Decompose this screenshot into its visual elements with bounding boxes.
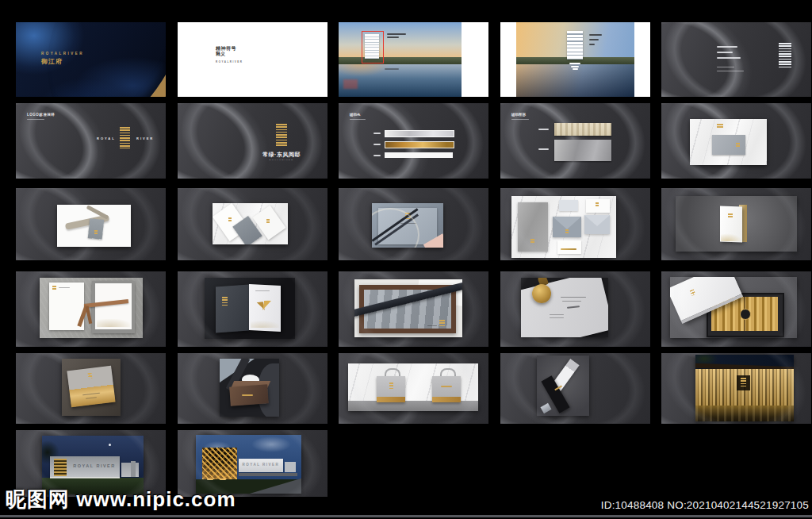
card-logo [228, 217, 232, 221]
slide-gold-wall-signage[interactable] [661, 353, 811, 424]
lake-photo [339, 22, 462, 97]
text-line [717, 46, 737, 48]
notecard [559, 200, 578, 211]
image-id-text: ID:10488408 NO:20210402144521927105 [601, 499, 809, 511]
swatch-white [385, 152, 453, 158]
text-line [27, 119, 44, 120]
slide-architecture-analysis-1[interactable] [339, 22, 488, 97]
card-logo [596, 202, 599, 206]
mockup-photo [220, 359, 279, 417]
site-watermark: 昵图网 www.nipic.com [6, 486, 236, 513]
slide-business-card-mockup[interactable] [661, 103, 811, 179]
pattern-sample-1 [554, 123, 611, 136]
wall-extension [121, 463, 139, 477]
mockup-photo [511, 196, 616, 258]
stock-preview-canvas: ROYALRIVER 御江府 精神符号 释义 ROYALRIVER [0, 0, 812, 519]
bag-gold-text [441, 386, 452, 387]
swatch-label [373, 144, 381, 145]
brand-caps: ROYALRIVER [216, 60, 243, 63]
document-text [561, 297, 586, 298]
mockup-photo [348, 363, 478, 411]
signage-photo [695, 355, 794, 421]
brand-word-right: RIVER [136, 136, 154, 140]
slide-driftwood-card-mockup[interactable] [16, 188, 166, 260]
letterhead-logo [52, 286, 56, 290]
mockup-photo [213, 203, 288, 244]
document-text [550, 317, 564, 318]
slide-butterfly-card-mockup[interactable] [178, 271, 327, 347]
slide-gift-box-mockup[interactable] [661, 271, 811, 347]
slide-stationery-set-mockup[interactable] [500, 188, 650, 260]
wave-mark [573, 68, 578, 70]
slide-logo-concept[interactable] [661, 22, 811, 97]
gold-streak [18, 22, 166, 97]
box-seal [740, 309, 751, 320]
notecard-bottom [557, 240, 581, 254]
lake-photo [516, 22, 634, 97]
bottom-divider [0, 515, 812, 517]
folder-seal [728, 213, 733, 219]
swatch-label [373, 155, 381, 156]
sidewalk [239, 473, 297, 476]
slide-logo-lockup-cn[interactable]: 常绿·东风阅邸 ROYALRIVER [178, 103, 327, 179]
box-gold-text [242, 394, 253, 396]
card [88, 218, 105, 240]
slide-spirit-symbol-definition[interactable]: 精神符号 释义 ROYALRIVER [178, 22, 327, 97]
panel-text [427, 325, 437, 326]
text-line [387, 37, 399, 38]
slide-auxiliary-colors[interactable]: 辅助色 [339, 103, 488, 179]
watermark-site-url: www.nipic.com [76, 487, 236, 511]
usb-connector [540, 403, 551, 413]
mockup-photo [521, 278, 608, 337]
slide-wax-seal-mockup[interactable] [500, 271, 650, 347]
envelope-logo [565, 229, 569, 233]
panel-logo [439, 320, 445, 328]
slide-brochure-closeup-mockup[interactable] [339, 188, 488, 260]
base-light [220, 479, 226, 480]
slide-tote-bag-mockup[interactable] [339, 353, 488, 424]
pattern-label [538, 148, 549, 150]
slide-car-tissue-box-mockup[interactable] [178, 353, 327, 424]
slide-cover[interactable]: ROYALRIVER 御江府 [16, 22, 166, 97]
annotation-box [362, 31, 384, 63]
slide-logo-standard[interactable]: LOGO标准演绎 ROYAL RIVER [16, 103, 166, 179]
text-line [717, 71, 744, 71]
swatch-label [373, 133, 381, 134]
slide-auxiliary-graphics[interactable]: 辅助图形 [500, 103, 650, 179]
stamp-head [532, 284, 551, 303]
business-card [712, 135, 745, 155]
slide-envelope-mockup[interactable] [16, 353, 166, 424]
watermark-site-name: 昵图网 [6, 487, 70, 511]
wall-sign-text: ROYAL RIVER [71, 463, 118, 468]
mockup-photo [372, 203, 443, 248]
definition-line2: 释义 [216, 51, 225, 58]
slide-usb-drive-mockup[interactable] [500, 353, 650, 424]
text-line [589, 44, 595, 45]
text-line [387, 33, 406, 35]
brand-logo-gold [120, 127, 130, 148]
bag-gold-base [377, 397, 405, 402]
slide-wooden-box-mockup[interactable] [339, 271, 488, 347]
card-logo [94, 230, 98, 234]
brand-logo-white [779, 43, 791, 68]
text-line [717, 67, 734, 67]
text-line [717, 57, 741, 59]
text-line [385, 68, 399, 70]
slide-architecture-analysis-2[interactable] [500, 22, 650, 97]
base-light [207, 479, 213, 480]
swatch-silver [385, 130, 454, 137]
text-line [717, 52, 733, 53]
slide-letterhead-mockup[interactable] [16, 271, 166, 347]
mockup-photo [40, 278, 143, 338]
text-line [589, 39, 599, 40]
cover-logo [222, 297, 228, 306]
brand-caps: ROYALRIVER [251, 159, 312, 161]
mockup-photo [205, 278, 295, 339]
wall-sign-text: ROYAL RIVER [240, 463, 282, 467]
slide-cards-marble-mockup[interactable] [178, 188, 327, 260]
slide-folder-mockup[interactable] [661, 188, 811, 260]
bag-gold-base [432, 397, 461, 402]
sign-totem [131, 461, 136, 477]
brand-logo-gold [276, 124, 287, 147]
mockup-photo [537, 356, 589, 416]
